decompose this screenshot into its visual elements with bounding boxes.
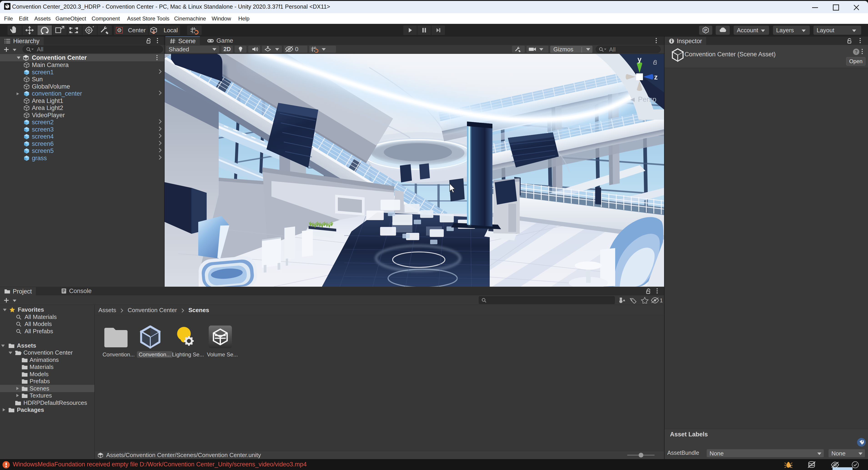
svg-text:z: z — [654, 73, 658, 81]
svg-text:P: P — [704, 28, 707, 33]
svg-text:!: ! — [790, 465, 791, 468]
svg-text:◄ Persp: ◄ Persp — [629, 95, 656, 103]
svg-text:y: y — [638, 55, 642, 63]
svg-text:?: ? — [855, 49, 858, 54]
svg-text:1: 1 — [660, 297, 662, 303]
svg-text:0: 0 — [295, 46, 298, 53]
